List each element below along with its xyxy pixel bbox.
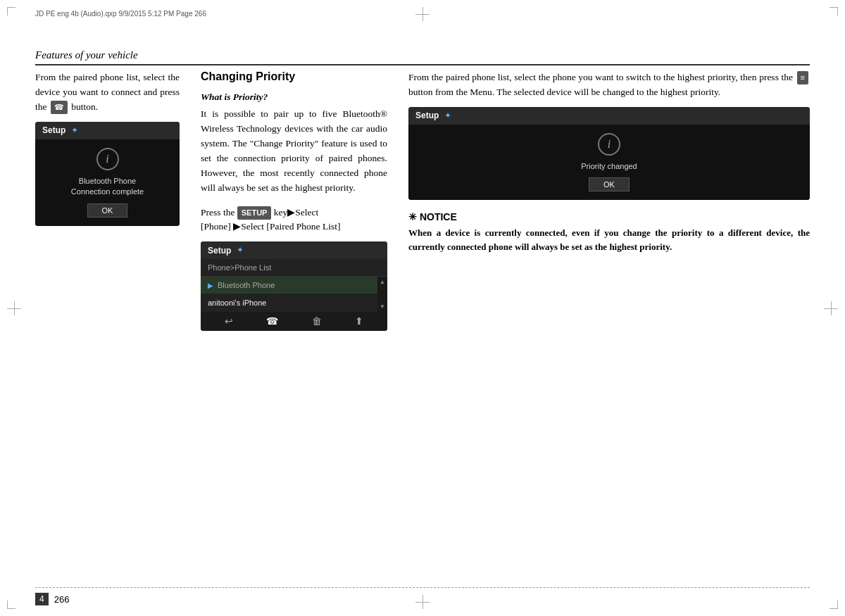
print-header: JD PE eng 4b (Audio).qxp 9/9/2015 5:12 P… bbox=[35, 10, 810, 18]
phone-list-bt-icon: ✦ bbox=[237, 245, 244, 256]
right-intro-text: From the paired phone list, select the p… bbox=[408, 70, 810, 100]
footer-back-icon[interactable]: ↩ bbox=[225, 315, 233, 327]
screen3-header: Setup ✦ bbox=[408, 107, 810, 125]
content-area: From the paired phone list, select the d… bbox=[35, 70, 810, 574]
footer-phone-icon[interactable]: ☎ bbox=[266, 315, 278, 327]
phone-list-breadcrumb: Phone>Phone List bbox=[208, 263, 271, 272]
bottom-divider bbox=[35, 587, 810, 588]
screen1-title: Setup bbox=[42, 125, 65, 135]
crosshair-left bbox=[7, 301, 21, 315]
connect-button-icon: ☎ bbox=[51, 101, 68, 114]
phone-list-item-2[interactable]: anitooni's iPhone bbox=[201, 294, 387, 312]
footer-delete-icon[interactable]: 🗑 bbox=[312, 316, 322, 327]
notice-title: ✳ NOTICE bbox=[408, 211, 810, 222]
notice-title-text: NOTICE bbox=[420, 211, 457, 222]
screen1-message: Bluetooth Phone Connection complete bbox=[71, 176, 144, 198]
phone-list-items: ▶ Bluetooth Phone anitooni's iPhone ▲ ▼ bbox=[201, 277, 387, 312]
section-header: Features of your vehicle bbox=[35, 49, 810, 65]
what-is-priority-heading: What is Priority? bbox=[201, 92, 387, 103]
phone-list-body: Phone>Phone List ▶ Bluetooth Phone anito… bbox=[201, 259, 387, 312]
center-column: Changing Priority What is Priority? It i… bbox=[190, 70, 398, 574]
notice-text: When a device is currently connected, ev… bbox=[408, 226, 810, 254]
phone-list-header: Setup ✦ bbox=[201, 241, 387, 259]
crosshair-right bbox=[824, 301, 838, 315]
screen3-info-icon: i bbox=[598, 133, 620, 156]
print-header-text: JD PE eng 4b (Audio).qxp 9/9/2015 5:12 P… bbox=[35, 10, 206, 18]
screen3-ok-button[interactable]: OK bbox=[589, 177, 630, 191]
scroll-down-arrow[interactable]: ▼ bbox=[380, 303, 385, 310]
phone-list-item-1[interactable]: ▶ Bluetooth Phone bbox=[201, 277, 387, 294]
section-header-title: Features of your vehicle bbox=[35, 49, 138, 61]
priority-description: It is possible to pair up to five Blueto… bbox=[201, 107, 387, 196]
notice-box: ✳ NOTICE When a device is currently conn… bbox=[408, 211, 810, 254]
notice-asterisk: ✳ bbox=[408, 211, 420, 222]
left-intro-text: From the paired phone list, select the d… bbox=[35, 70, 180, 115]
scroll-up-arrow[interactable]: ▲ bbox=[380, 279, 385, 285]
screen1-body: i Bluetooth Phone Connection complete OK bbox=[35, 139, 180, 226]
screen3-body: i Priority changed OK bbox=[408, 125, 810, 200]
right-column: From the paired phone list, select the p… bbox=[398, 70, 810, 574]
setup-instructions: Press the SETUP key▶Select [Phone] ▶Sele… bbox=[201, 206, 387, 235]
screen1-info-icon: i bbox=[96, 148, 119, 170]
page-number-box: 4 bbox=[35, 593, 49, 605]
priority-menu-btn: ≡ bbox=[797, 71, 808, 84]
corner-br bbox=[830, 601, 838, 609]
screen1-bt-icon: ✦ bbox=[71, 125, 78, 136]
screen3-message: Priority changed bbox=[581, 161, 637, 172]
footer-priority-icon[interactable]: ⬆ bbox=[355, 315, 363, 327]
screen3-title: Setup bbox=[415, 111, 439, 120]
screen1-header: Setup ✦ bbox=[35, 122, 180, 139]
crosshair-bottom bbox=[415, 595, 430, 609]
phone-list-header-title: Setup bbox=[208, 246, 231, 256]
changing-priority-title: Changing Priority bbox=[201, 70, 387, 83]
setup-screen-1: Setup ✦ i Bluetooth Phone Connection com… bbox=[35, 122, 180, 226]
play-icon-1: ▶ bbox=[208, 282, 213, 289]
screen3-bt-icon: ✦ bbox=[444, 111, 451, 121]
phone-list-footer: ↩ ☎ 🗑 ⬆ bbox=[201, 312, 387, 331]
screen1-ok-button[interactable]: OK bbox=[87, 203, 128, 218]
left-column: From the paired phone list, select the d… bbox=[35, 70, 190, 574]
corner-tr bbox=[830, 7, 838, 15]
phone-list-screen: Setup ✦ Phone>Phone List ▶ Bluetooth Pho… bbox=[201, 241, 387, 331]
page-number: 266 bbox=[54, 594, 70, 605]
setup-key-badge: SETUP bbox=[237, 206, 272, 220]
corner-bl bbox=[7, 601, 15, 609]
corner-tl bbox=[7, 7, 15, 15]
setup-screen-3: Setup ✦ i Priority changed OK bbox=[408, 107, 810, 200]
page-footer: 4 266 bbox=[35, 593, 69, 605]
